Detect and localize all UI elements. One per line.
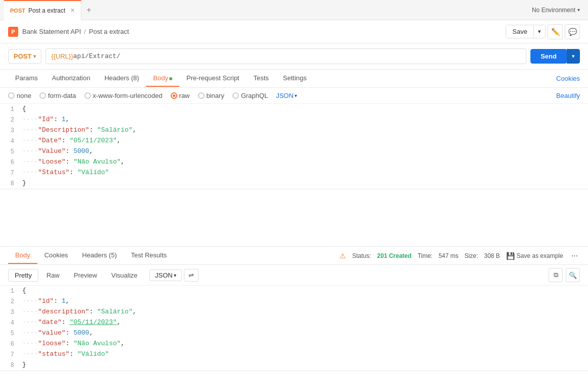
radio-raw-icon (171, 92, 177, 99)
response-action-icons: ⧉ 🔍 (549, 268, 580, 282)
url-path: api/Extract/ (73, 52, 121, 60)
request-nav-tabs: Params Authorization Headers (8) Body Pr… (0, 70, 588, 88)
request-tab[interactable]: POST Post a extract ✕ (4, 0, 81, 20)
cookies-link[interactable]: Cookies (556, 75, 580, 82)
method-selector[interactable]: POST ▾ (8, 49, 41, 64)
response-tab-body[interactable]: Body (8, 247, 37, 264)
response-body-section[interactable]: 1 { 2 ····"id": 1, 3 ····"description": … (0, 286, 588, 371)
environment-selector[interactable]: No Environment ▾ (528, 7, 584, 14)
time-label: Time: (418, 252, 433, 259)
response-toolbar: Body Cookies Headers (5) Test Results ⚠ … (0, 247, 588, 265)
tab-body[interactable]: Body (146, 70, 179, 87)
tab-params[interactable]: Params (8, 70, 45, 87)
tab-authorization[interactable]: Authorization (45, 70, 97, 87)
resp-line-1: 1 { (0, 286, 588, 296)
save-dropdown-button[interactable]: ▾ (533, 26, 545, 37)
status-value: 201 Created (377, 252, 412, 259)
response-format-selector[interactable]: JSON ▾ (150, 270, 182, 281)
view-visualize[interactable]: Visualize (105, 270, 143, 281)
json-chevron-icon: ▾ (295, 93, 297, 98)
breadcrumb: Bank Statement API / Post a extract (22, 28, 502, 35)
response-tab-headers[interactable]: Headers (5) (75, 247, 124, 264)
response-tab-test-results[interactable]: Test Results (124, 247, 174, 264)
method-label: POST (14, 52, 31, 60)
option-form-data[interactable]: form-data (39, 92, 76, 99)
json-type-selector[interactable]: JSON ▾ (276, 92, 297, 99)
tab-pre-request[interactable]: Pre-request Script (179, 70, 247, 87)
response-view-options: Pretty Raw Preview Visualize JSON ▾ ⇌ ⧉ … (0, 265, 588, 286)
option-urlencoded-label: x-www-form-urlencoded (93, 92, 163, 99)
edit-button[interactable]: ✏️ (548, 24, 563, 39)
request-body-editor[interactable]: 1 { 2 ····"Id": 1, 3 ····"Description": … (0, 104, 588, 246)
option-binary[interactable]: binary (198, 92, 224, 99)
tab-settings[interactable]: Settings (276, 70, 314, 87)
response-meta: ⚠ Status: 201 Created Time: 547 ms Size:… (339, 251, 580, 260)
option-graphql[interactable]: GraphQL (232, 92, 268, 99)
search-button[interactable]: 🔍 (566, 268, 580, 282)
request-panel: Params Authorization Headers (8) Body Pr… (0, 70, 588, 246)
breadcrumb-current: Post a extract (89, 28, 129, 35)
size-value: 308 B (484, 252, 500, 259)
radio-none-icon (8, 92, 15, 99)
option-urlencoded[interactable]: x-www-form-urlencoded (84, 92, 163, 99)
method-chevron-icon: ▾ (33, 53, 36, 59)
response-tab-cookies[interactable]: Cookies (37, 247, 75, 264)
tab-headers[interactable]: Headers (8) (97, 70, 146, 87)
code-line-7: 7 ····"Status": "Válido" (0, 168, 588, 178)
body-dot-indicator (169, 77, 172, 80)
toolbar-actions: Save ▾ ✏️ 💬 (506, 24, 580, 39)
radio-urlencoded-icon (84, 92, 91, 99)
save-as-example-button[interactable]: 💾 Save as example (506, 252, 563, 260)
body-options: none form-data x-www-form-urlencoded raw… (0, 88, 588, 104)
send-dropdown-button[interactable]: ▾ (567, 49, 580, 64)
resp-line-5: 5 ····"value": 5000, (0, 328, 588, 339)
option-form-data-label: form-data (48, 92, 76, 99)
option-none[interactable]: none (8, 92, 31, 99)
new-tab-button[interactable]: + (81, 6, 96, 15)
resp-line-7: 7 ····"status": "Válido" (0, 349, 588, 360)
code-line-6: 6 ····"Loose": "Não Avulso", (0, 157, 588, 168)
code-line-8: 8 } (0, 178, 588, 189)
more-options-button[interactable]: ··· (569, 251, 580, 260)
resp-line-8: 8 } (0, 360, 588, 370)
option-raw-label: raw (179, 92, 190, 99)
radio-binary-icon (198, 92, 205, 99)
resp-line-2: 2 ····"id": 1, (0, 296, 588, 307)
size-label: Size: (465, 252, 478, 259)
copy-button[interactable]: ⧉ (549, 268, 563, 282)
breadcrumb-api[interactable]: Bank Statement API (22, 28, 81, 35)
code-line-5: 5 ····"Value": 5000, (0, 146, 588, 157)
radio-graphql-icon (232, 92, 239, 99)
resp-line-6: 6 ····"loose": "Não Avulso", (0, 339, 588, 349)
code-line-3: 3 ····"Description": "Salário", (0, 125, 588, 136)
save-button[interactable]: Save (506, 25, 533, 38)
comment-button[interactable]: 💬 (565, 24, 580, 39)
code-line-4: 4 ····"Date": "05/11/2023", (0, 136, 588, 146)
tab-tests[interactable]: Tests (247, 70, 276, 87)
beautify-button[interactable]: Beautify (556, 92, 580, 99)
tab-title: Post a extract (28, 7, 65, 14)
url-input-container[interactable]: {{URL}}api/Extract/ (45, 48, 526, 64)
code-line-1: 1 { (0, 104, 588, 115)
option-raw[interactable]: raw (171, 92, 190, 99)
code-line-2: 2 ····"Id": 1, (0, 115, 588, 125)
resp-line-4: 4 ····"date": "05/11/2023", (0, 317, 588, 328)
request-code-editor: 1 { 2 ····"Id": 1, 3 ····"Description": … (0, 104, 588, 189)
send-button[interactable]: Send (530, 49, 567, 64)
view-preview[interactable]: Preview (68, 270, 103, 281)
request-line: POST ▾ {{URL}}api/Extract/ Send ▾ (0, 43, 588, 70)
response-json-label: JSON (155, 272, 173, 279)
response-panel: Body Cookies Headers (5) Test Results ⚠ … (0, 246, 588, 371)
filter-button[interactable]: ⇌ (184, 269, 199, 282)
tab-bar: POST Post a extract ✕ + No Environment ▾ (0, 0, 588, 20)
send-button-group: Send ▾ (530, 49, 580, 64)
warning-icon: ⚠ (339, 252, 346, 260)
radio-form-data-icon (39, 92, 46, 99)
tab-method-badge: POST (10, 8, 25, 14)
json-label: JSON (276, 92, 293, 99)
option-graphql-label: GraphQL (241, 92, 268, 99)
view-raw[interactable]: Raw (40, 270, 66, 281)
view-pretty[interactable]: Pretty (8, 269, 38, 282)
tab-close-icon[interactable]: ✕ (70, 7, 75, 14)
status-label: Status: (352, 252, 371, 259)
